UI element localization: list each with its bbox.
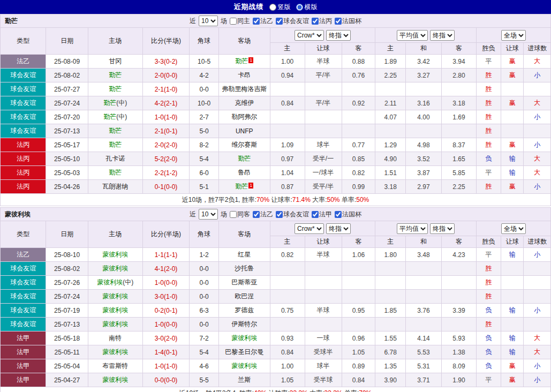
same-venue-option[interactable]: 同客 <box>230 210 250 219</box>
league-filter-option[interactable]: 球会友谊 <box>276 17 309 26</box>
handicap-stage-select[interactable]: 终指 <box>326 223 351 234</box>
league-filter-checkbox[interactable] <box>276 18 283 25</box>
home-team-cell: 孔卡诺 <box>88 152 142 166</box>
league-filter-option[interactable]: 法丙 <box>312 17 332 26</box>
away-team-name[interactable]: 克维伊 <box>235 99 254 107</box>
league-filter-option[interactable]: 法乙 <box>253 210 273 219</box>
goals-result-cell: 大 <box>524 331 551 345</box>
date-cell: 25-05-04 <box>46 359 88 373</box>
away-team-name[interactable]: 鲁昂 <box>238 169 251 176</box>
away-team-cell: 勤芒 <box>218 152 270 166</box>
away-team-name[interactable]: 巴黎圣日尔曼 <box>225 348 263 356</box>
home-team-name[interactable]: 勤芒 <box>109 141 122 148</box>
horizontal-layout-radio[interactable] <box>296 4 303 11</box>
euro-home-odds: 1.35 <box>375 359 406 373</box>
handicap-result-cell <box>501 318 524 331</box>
home-team-name[interactable]: 蒙彼利埃 <box>102 251 128 258</box>
away-team-cell: 弗勒里梅洛吉斯 <box>218 82 270 96</box>
home-team-name[interactable]: 蒙彼利埃 <box>102 348 128 356</box>
home-team-name[interactable]: 蒙彼利埃 <box>102 292 128 300</box>
same-venue-option[interactable]: 同主 <box>230 17 250 26</box>
bookmaker-select[interactable]: Crow* <box>295 223 324 234</box>
home-team-name[interactable]: 勤芒 <box>103 99 116 107</box>
home-team-name[interactable]: 勤芒 <box>103 113 116 120</box>
handicap-line: 半球 <box>305 248 342 262</box>
home-team-name[interactable]: 勤芒 <box>109 169 122 176</box>
layout-horizontal-option[interactable]: 横版 <box>296 3 318 12</box>
summary-text: 近10场，胜4平2负4, 胜率: <box>179 389 254 392</box>
away-team-name[interactable]: 弗勒里梅洛吉斯 <box>222 85 267 93</box>
layout-vertical-option[interactable]: 竖版 <box>269 3 291 12</box>
league-filter-option[interactable]: 法国杯 <box>335 210 361 219</box>
match-count-select[interactable]: 10 <box>199 16 218 26</box>
league-filter-option[interactable]: 球会友谊 <box>276 210 309 219</box>
away-team-name[interactable]: 勒阿弗尔 <box>231 113 257 120</box>
away-team-name[interactable]: 兰斯 <box>238 376 251 383</box>
league-filter-option[interactable]: 法乙 <box>253 17 273 26</box>
home-team-name[interactable]: 布雷斯特 <box>102 362 128 370</box>
away-team-name[interactable]: 伊斯特尔 <box>231 320 257 328</box>
match-row: 法丙25-05-03勤芒2-2(1-2)6-0鲁昂1.04一/球半0.821.5… <box>1 166 551 180</box>
league-filter-checkbox[interactable] <box>335 211 342 218</box>
handicap-line <box>305 124 342 138</box>
away-team-name[interactable]: 勤芒 <box>235 57 248 65</box>
match-result-cell: 平 <box>476 248 501 262</box>
home-team-name[interactable]: 孔卡诺 <box>105 155 125 162</box>
euro-stage-select[interactable]: 终指 <box>430 30 455 41</box>
euro-stage-select[interactable]: 终指 <box>430 223 455 234</box>
away-team-name[interactable]: UNFP <box>236 127 253 135</box>
away-team-name[interactable]: 巴斯蒂亚 <box>231 278 257 286</box>
league-filter-checkbox[interactable] <box>312 18 319 25</box>
home-team-name[interactable]: 南特 <box>109 334 122 342</box>
date-cell: 25-04-26 <box>46 180 88 194</box>
away-team-name[interactable]: 勤芒 <box>238 155 251 162</box>
vertical-layout-radio[interactable] <box>269 4 276 11</box>
home-team-name[interactable]: 勤芒 <box>109 71 122 79</box>
summary-text: 近10场，胜7平2负1, 胜率: <box>182 196 256 203</box>
same-venue-checkbox[interactable] <box>230 211 237 218</box>
average-odds-select[interactable]: 平均值 <box>397 30 428 41</box>
home-team-name[interactable]: 甘冈 <box>109 57 122 65</box>
league-filter-checkbox[interactable] <box>253 18 260 25</box>
home-team-name[interactable]: 勤芒 <box>109 85 122 93</box>
home-team-name[interactable]: 蒙彼利埃 <box>102 376 128 383</box>
euro-draw-odds: 3.42 <box>406 55 442 69</box>
home-team-name[interactable]: 蒙彼利埃 <box>102 306 128 314</box>
away-team-name[interactable]: 维尔赛斯 <box>231 141 257 148</box>
away-team-name[interactable]: 蒙彼利埃 <box>231 362 257 370</box>
match-count-select[interactable]: 10 <box>199 209 218 220</box>
away-team-name[interactable]: 罗德兹 <box>235 306 254 314</box>
away-team-name[interactable]: 欧巴涅 <box>235 292 254 300</box>
away-team-name[interactable]: 红星 <box>238 251 251 258</box>
away-team-name[interactable]: 沙托鲁 <box>235 265 254 272</box>
bookmaker-select[interactable]: Crow* <box>295 30 324 41</box>
match-result-cell: 胜 <box>476 318 501 331</box>
league-filter-checkbox[interactable] <box>312 211 319 218</box>
handicap-stage-select[interactable]: 终指 <box>326 30 351 41</box>
home-team-name[interactable]: 蒙彼利埃 <box>97 278 123 286</box>
home-team-name[interactable]: 蒙彼利埃 <box>102 320 128 328</box>
away-team-name[interactable]: 蒙彼利埃 <box>231 334 257 342</box>
scope-select[interactable]: 全场 <box>501 223 526 234</box>
sub-column-header: 客 <box>441 43 476 55</box>
home-team-cell: 勤芒(中) <box>88 110 142 124</box>
team-recent-table-2: 蒙彼利埃近10场同客法乙球会友谊法甲法国杯类型日期主场比分(半场)角球客场Cro… <box>0 207 551 392</box>
scope-select[interactable]: 全场 <box>501 30 526 41</box>
corner-cell: 0-0 <box>190 276 219 290</box>
away-team-name[interactable]: 卡昂 <box>238 71 251 79</box>
league-filter-checkbox[interactable] <box>335 18 342 25</box>
league-filter-option[interactable]: 法国杯 <box>335 17 361 26</box>
handicap-line: 半球 <box>305 304 342 318</box>
league-filter-checkbox[interactable] <box>276 211 283 218</box>
home-team-name[interactable]: 蒙彼利埃 <box>102 265 128 272</box>
home-team-name[interactable]: 勤芒 <box>109 127 122 134</box>
league-filter-option[interactable]: 法甲 <box>312 210 332 219</box>
average-odds-select[interactable]: 平均值 <box>397 223 428 234</box>
score-cell: 5-2(2-0) <box>142 152 190 166</box>
home-team-name[interactable]: 瓦朗谢纳 <box>102 183 128 190</box>
away-team-name[interactable]: 勤芒 <box>235 183 248 190</box>
same-venue-checkbox[interactable] <box>230 18 237 25</box>
league-filter-checkbox[interactable] <box>253 211 260 218</box>
euro-draw-odds <box>406 124 442 138</box>
euro-draw-odds: 4.98 <box>406 138 442 152</box>
